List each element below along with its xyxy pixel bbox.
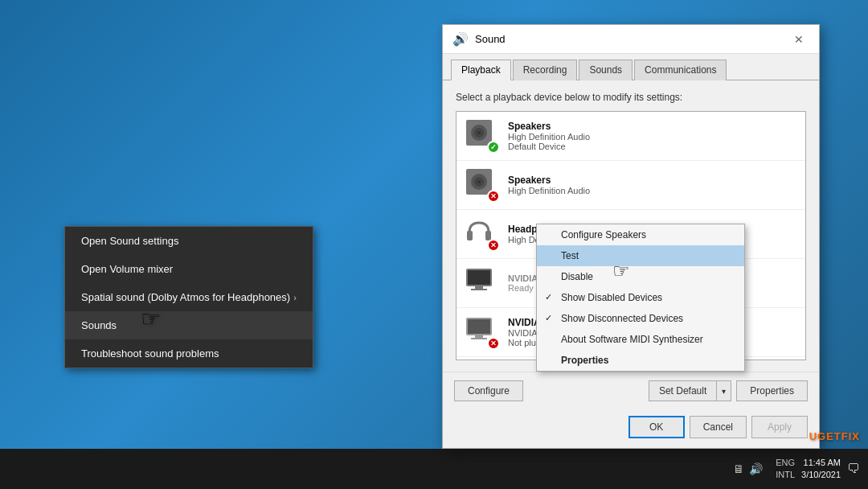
taskbar-pc-icon: 🖥: [733, 462, 744, 475]
watermark-u: U: [809, 430, 817, 442]
taskbar-volume-icon[interactable]: 🔊: [749, 462, 763, 475]
svg-rect-17: [471, 338, 487, 339]
taskbar-system-icons: 🖥 🔊: [733, 462, 763, 475]
svg-rect-8: [467, 231, 473, 240]
monitor-icon: [465, 265, 493, 294]
desktop: Open Sound settings Open Volume mixer Sp…: [0, 0, 868, 489]
watermark-getfix: GET: [817, 430, 841, 442]
svg-rect-12: [475, 286, 483, 289]
context-menu-label: Troubleshoot sound problems: [81, 347, 219, 360]
tab-sounds[interactable]: Sounds: [579, 60, 633, 80]
rc-item-test[interactable]: Test: [537, 245, 744, 266]
ok-button[interactable]: OK: [628, 416, 685, 438]
watermark: UGETFIX: [809, 430, 860, 442]
status-badge-red-2: ✕: [487, 190, 500, 203]
status-badge-red-5: ✕: [487, 337, 500, 350]
device-item-speakers-2[interactable]: ✕ Speakers High Definition Audio: [457, 161, 805, 210]
dialog-titlebar: 🔊 Sound ✕: [443, 25, 819, 54]
watermark-fix: FIX: [841, 430, 860, 442]
taskbar-right: 🖥 🔊 ENG INTL 11:45 AM 3/10/2021 🗨: [733, 457, 860, 482]
dialog-content: Select a playback device below to modify…: [443, 80, 819, 372]
device-icon-container-4: [465, 265, 500, 301]
svg-rect-16: [475, 335, 483, 338]
status-badge-green: ✓: [487, 141, 500, 154]
context-menu: Open Sound settings Open Volume mixer Sp…: [64, 226, 313, 368]
set-default-group: Set Default ▾: [649, 380, 731, 401]
context-menu-item-spatial-sound[interactable]: Spatial sound (Dolby Atmos for Headphone…: [65, 283, 313, 311]
rc-item-show-disconnected[interactable]: ✓ Show Disconnected Devices: [537, 308, 744, 329]
taskbar: 🖥 🔊 ENG INTL 11:45 AM 3/10/2021 🗨: [0, 449, 868, 489]
submenu-arrow-icon: ›: [293, 293, 297, 302]
dialog-bottom-buttons: Configure Set Default ▾ Properties: [443, 372, 819, 409]
checkmark-disconnected: ✓: [545, 313, 552, 323]
right-button-group: Set Default ▾ Properties: [649, 380, 808, 401]
context-menu-label: Open Volume mixer: [81, 263, 173, 275]
svg-rect-11: [468, 270, 490, 285]
rc-item-properties[interactable]: Properties: [537, 350, 744, 371]
tab-playback[interactable]: Playback: [451, 60, 511, 80]
device-info-2: Speakers High Definition Audio: [508, 175, 797, 195]
rc-item-disable[interactable]: Disable: [537, 266, 744, 287]
dialog-action-row: OK Cancel Apply: [443, 409, 819, 448]
set-default-button[interactable]: Set Default: [649, 380, 716, 401]
sound-dialog-icon: 🔊: [452, 31, 469, 47]
context-menu-item-troubleshoot[interactable]: Troubleshoot sound problems: [65, 339, 313, 368]
tab-communications[interactable]: Communications: [634, 60, 727, 80]
svg-rect-13: [471, 289, 487, 290]
cancel-button[interactable]: Cancel: [690, 416, 747, 438]
rc-item-configure-speakers[interactable]: Configure Speakers: [537, 224, 744, 245]
context-menu-label: Spatial sound (Dolby Atmos for Headphone…: [81, 291, 290, 303]
dialog-instruction: Select a playback device below to modify…: [456, 92, 806, 103]
checkmark-disabled: ✓: [545, 292, 552, 302]
right-click-menu: Configure Speakers Test Disable ✓ Show D…: [536, 224, 745, 372]
dialog-title-left: 🔊 Sound: [452, 31, 506, 47]
dialog-close-button[interactable]: ✕: [788, 31, 809, 48]
dialog-tabs: Playback Recording Sounds Communications: [443, 54, 819, 80]
sound-dialog: 🔊 Sound ✕ Playback Recording Sounds Comm…: [442, 24, 820, 449]
svg-rect-15: [468, 319, 490, 334]
svg-point-3: [477, 131, 481, 134]
device-icon-container-5: ✕: [465, 314, 500, 350]
context-menu-label: Sounds: [81, 319, 117, 331]
tab-recording[interactable]: Recording: [513, 60, 578, 80]
set-default-dropdown[interactable]: ▾: [716, 380, 731, 401]
device-icon-container: ✓: [465, 118, 500, 154]
svg-point-7: [477, 180, 481, 183]
device-list-wrapper: ✓ Speakers High Definition Audio Default…: [456, 111, 806, 360]
context-menu-item-sounds[interactable]: Sounds: [65, 311, 313, 339]
rc-item-about-midi[interactable]: About Software MIDI Synthesizer: [537, 329, 744, 350]
taskbar-clock: 11:45 AM 3/10/2021: [801, 457, 841, 482]
device-info: Speakers High Definition Audio Default D…: [508, 121, 797, 151]
device-icon-container-3: ✕: [465, 216, 500, 252]
context-menu-label: Open Sound settings: [81, 235, 178, 247]
device-icon-container-2: ✕: [465, 167, 500, 203]
status-badge-red-3: ✕: [487, 239, 500, 252]
apply-button[interactable]: Apply: [751, 416, 808, 438]
taskbar-language: ENG INTL: [776, 457, 795, 482]
configure-button[interactable]: Configure: [454, 380, 523, 401]
context-menu-item-open-volume-mixer[interactable]: Open Volume mixer: [65, 255, 313, 283]
properties-button[interactable]: Properties: [736, 380, 808, 401]
dialog-title: Sound: [475, 33, 506, 45]
device-item-speakers-primary[interactable]: ✓ Speakers High Definition Audio Default…: [457, 112, 805, 161]
context-menu-item-open-sound-settings[interactable]: Open Sound settings: [65, 227, 313, 255]
rc-item-show-disabled[interactable]: ✓ Show Disabled Devices: [537, 287, 744, 308]
taskbar-notification-icon[interactable]: 🗨: [847, 462, 860, 476]
